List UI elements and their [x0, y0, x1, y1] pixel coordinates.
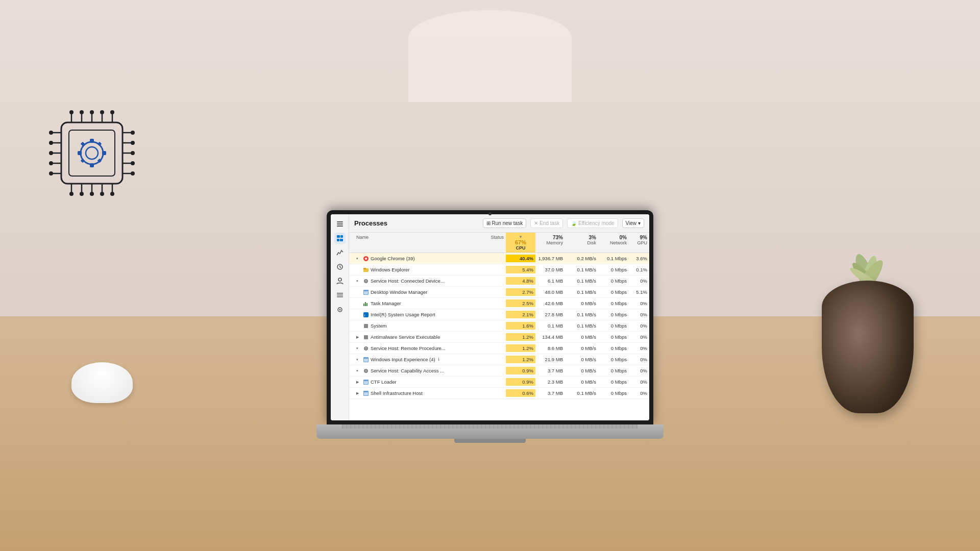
- table-row[interactable]: Windows Explorer 5.4% 37.0 MB 0.1 MB/s 0…: [349, 264, 649, 276]
- table-row[interactable]: ▾ Windows Input Experience (4) ℹ 1.2% 21…: [349, 354, 649, 365]
- sidebar-icon-details[interactable]: [334, 290, 346, 301]
- svg-rect-59: [337, 226, 343, 227]
- svg-point-47: [69, 192, 74, 196]
- svg-rect-57: [337, 221, 343, 222]
- expand-arrow[interactable]: ▾: [356, 358, 361, 362]
- process-cpu: 1.2%: [506, 333, 535, 341]
- process-icon: [363, 300, 369, 307]
- sidebar-icon-performance[interactable]: [334, 247, 346, 258]
- chip-illustration: [20, 82, 163, 224]
- table-row[interactable]: ▶ CTF Loader 0.9% 2.3 MB 0 MB/s 0 Mbps 0…: [349, 377, 649, 388]
- expand-arrow[interactable]: ▾: [356, 369, 361, 373]
- table-row[interactable]: ▶ Shell Infrastructure Host 0.6% 3.7 MB …: [349, 388, 649, 399]
- col-header-network[interactable]: 0% Network: [598, 233, 629, 253]
- expand-arrow[interactable]: ▶: [356, 380, 361, 384]
- svg-rect-78: [364, 291, 368, 294]
- svg-point-45: [100, 110, 104, 114]
- process-status: [470, 381, 506, 383]
- expand-arrow[interactable]: ▾: [356, 257, 361, 261]
- process-memory: 48.0 MB: [535, 288, 565, 296]
- process-name: i Intel(R) System Usage Report: [354, 311, 470, 319]
- svg-point-42: [69, 110, 74, 114]
- process-cpu: 4.8%: [506, 277, 535, 285]
- process-disk: 0.1 MB/s: [565, 322, 598, 330]
- end-task-button[interactable]: ✕ End task: [530, 218, 563, 228]
- svg-point-34: [49, 151, 53, 155]
- svg-rect-95: [364, 392, 368, 395]
- process-memory: 134.4 MB: [535, 333, 565, 341]
- process-memory: 2.3 MB: [535, 378, 565, 386]
- process-cpu: 40.4%: [506, 255, 535, 262]
- process-disk: 0.1 MB/s: [565, 389, 598, 397]
- process-disk: 0 MB/s: [565, 333, 598, 341]
- sidebar-icon-processes[interactable]: [334, 233, 346, 244]
- process-name: Task Manager: [354, 299, 470, 308]
- process-disk: 0.1 MB/s: [565, 266, 598, 273]
- table-row[interactable]: ▶ Antimalware Service Executable 1.2% 13…: [349, 332, 649, 343]
- process-disk: 0 MB/s: [565, 344, 598, 352]
- table-row[interactable]: System 1.6% 0.1 MB 0.1 MB/s 0 Mbps 0%: [349, 320, 649, 332]
- laptop-keyboard: [342, 424, 638, 429]
- col-header-cpu[interactable]: ▼ 67% CPU: [506, 233, 535, 253]
- svg-rect-67: [337, 295, 343, 296]
- expand-arrow[interactable]: ▾: [356, 346, 361, 350]
- expand-arrow[interactable]: ▶: [356, 335, 361, 339]
- process-network: 0 Mbps: [598, 311, 629, 318]
- efficiency-mode-button[interactable]: 🍃 Efficiency mode: [567, 218, 618, 228]
- process-icon: [363, 379, 369, 385]
- col-header-disk[interactable]: 3% Disk: [565, 233, 598, 253]
- table-row[interactable]: Desktop Window Manager 2.7% 48.0 MB 0.1 …: [349, 287, 649, 298]
- efficiency-icon: 🍃: [571, 220, 577, 226]
- table-row[interactable]: i Intel(R) System Usage Report 2.1% 27.8…: [349, 309, 649, 320]
- process-gpu: 0%: [629, 367, 649, 374]
- svg-rect-66: [337, 293, 343, 294]
- svg-rect-89: [364, 359, 368, 362]
- sidebar-icon-apphistory[interactable]: [334, 261, 346, 272]
- task-manager: Processes ⊞ Run new task ✕ End task 🍃: [331, 214, 649, 420]
- table-row[interactable]: ▾ Google Chrome (39) 40.4% 1,936.7 MB 0.…: [349, 253, 649, 264]
- process-icon: [363, 390, 369, 396]
- col-header-name[interactable]: Name: [354, 233, 470, 253]
- svg-point-70: [339, 309, 340, 311]
- svg-point-46: [110, 110, 114, 114]
- process-memory: 27.8 MB: [535, 311, 565, 318]
- process-cpu: 1.6%: [506, 322, 535, 330]
- sidebar-icon-users[interactable]: [334, 276, 346, 287]
- svg-rect-84: [364, 324, 368, 328]
- process-icon: [363, 323, 369, 329]
- svg-point-37: [131, 131, 135, 135]
- table-row[interactable]: Task Manager 2.5% 42.6 MB 0 MB/s 0 Mbps …: [349, 298, 649, 309]
- col-header-status[interactable]: Status: [470, 233, 506, 253]
- view-button[interactable]: View ▾: [622, 218, 645, 228]
- laptop: Processes ⊞ Run new task ✕ End task 🍃: [316, 210, 664, 439]
- svg-point-49: [90, 192, 94, 196]
- process-network: 0 Mbps: [598, 378, 629, 386]
- process-memory: 21.9 MB: [535, 356, 565, 363]
- table-row[interactable]: ▾ Service Host: Remote Procedure... 1.2%…: [349, 343, 649, 354]
- process-name: ▾ Service Host: Capability Access ...: [354, 367, 470, 375]
- svg-point-36: [49, 171, 53, 176]
- col-header-memory[interactable]: 73% Memory: [535, 233, 565, 253]
- table-row[interactable]: ▾ Service Host: Connected Device... 4.8%…: [349, 276, 649, 287]
- process-disk: 0.1 MB/s: [565, 311, 598, 318]
- expand-arrow[interactable]: ▾: [356, 279, 361, 283]
- process-gpu: 0%: [629, 378, 649, 386]
- sidebar-icon-settings[interactable]: [334, 304, 346, 315]
- process-memory: 8.6 MB: [535, 344, 565, 352]
- expand-arrow[interactable]: ▶: [356, 391, 361, 395]
- camera: [488, 212, 492, 215]
- table-row[interactable]: ▾ Service Host: Capability Access ... 0.…: [349, 365, 649, 377]
- svg-point-50: [100, 192, 104, 196]
- svg-rect-80: [365, 302, 366, 306]
- run-new-task-button[interactable]: ⊞ Run new task: [483, 218, 527, 228]
- process-status: [470, 258, 506, 260]
- process-status: [470, 291, 506, 293]
- sidebar-icon-menu[interactable]: [334, 218, 346, 230]
- process-disk: 0 MB/s: [565, 378, 598, 386]
- process-gpu: 0%: [629, 344, 649, 352]
- svg-point-41: [131, 171, 135, 176]
- svg-point-65: [338, 278, 341, 281]
- process-gpu: 0%: [629, 322, 649, 330]
- process-memory: 42.6 MB: [535, 299, 565, 307]
- col-header-gpu[interactable]: 9% GPU: [629, 233, 649, 253]
